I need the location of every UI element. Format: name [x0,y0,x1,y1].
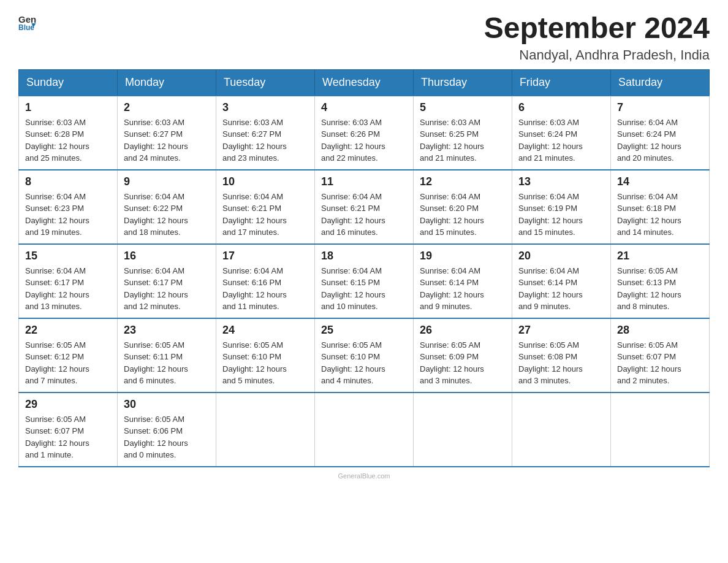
day-info: Sunrise: 6:05 AMSunset: 6:07 PMDaylight:… [617,339,703,387]
calendar-week-row: 22Sunrise: 6:05 AMSunset: 6:12 PMDayligh… [19,318,710,393]
table-row: 25Sunrise: 6:05 AMSunset: 6:10 PMDayligh… [315,318,414,393]
table-row: 1Sunrise: 6:03 AMSunset: 6:28 PMDaylight… [19,96,118,170]
table-row: 8Sunrise: 6:04 AMSunset: 6:23 PMDaylight… [19,170,118,244]
day-info: Sunrise: 6:04 AMSunset: 6:21 PMDaylight:… [321,191,407,239]
day-number: 25 [321,324,407,337]
day-info: Sunrise: 6:04 AMSunset: 6:18 PMDaylight:… [617,191,703,239]
table-row: 12Sunrise: 6:04 AMSunset: 6:20 PMDayligh… [414,170,512,244]
day-info: Sunrise: 6:04 AMSunset: 6:17 PMDaylight:… [124,265,210,313]
table-row: 22Sunrise: 6:05 AMSunset: 6:12 PMDayligh… [19,318,118,393]
page-header: General Blue September 2024 Nandyal, And… [18,12,710,63]
day-info: Sunrise: 6:05 AMSunset: 6:07 PMDaylight:… [25,413,111,461]
day-number: 28 [617,324,703,337]
table-row: 21Sunrise: 6:05 AMSunset: 6:13 PMDayligh… [611,244,710,318]
title-block: September 2024 Nandyal, Andhra Pradesh, … [484,12,710,63]
day-number: 9 [124,175,210,188]
day-number: 7 [617,101,703,114]
day-info: Sunrise: 6:05 AMSunset: 6:08 PMDaylight:… [518,339,604,387]
day-info: Sunrise: 6:03 AMSunset: 6:25 PMDaylight:… [420,117,506,164]
col-saturday: Saturday [611,69,710,96]
day-number: 17 [222,250,308,262]
svg-text:Blue: Blue [18,23,34,31]
calendar-week-row: 29Sunrise: 6:05 AMSunset: 6:07 PMDayligh… [19,393,710,467]
table-row: 16Sunrise: 6:04 AMSunset: 6:17 PMDayligh… [118,244,216,318]
table-row [512,393,611,467]
day-info: Sunrise: 6:05 AMSunset: 6:09 PMDaylight:… [420,339,506,387]
day-number: 11 [321,175,407,188]
day-info: Sunrise: 6:04 AMSunset: 6:16 PMDaylight:… [222,265,308,313]
day-info: Sunrise: 6:04 AMSunset: 6:17 PMDaylight:… [25,265,111,313]
day-number: 30 [124,398,210,411]
table-row: 15Sunrise: 6:04 AMSunset: 6:17 PMDayligh… [19,244,118,318]
day-info: Sunrise: 6:04 AMSunset: 6:21 PMDaylight:… [222,191,308,239]
day-number: 5 [420,101,506,114]
table-row [414,393,512,467]
day-number: 3 [222,101,308,114]
table-row: 10Sunrise: 6:04 AMSunset: 6:21 PMDayligh… [216,170,315,244]
table-row: 24Sunrise: 6:05 AMSunset: 6:10 PMDayligh… [216,318,315,393]
table-row: 13Sunrise: 6:04 AMSunset: 6:19 PMDayligh… [512,170,611,244]
day-info: Sunrise: 6:05 AMSunset: 6:06 PMDaylight:… [124,413,210,461]
table-row: 28Sunrise: 6:05 AMSunset: 6:07 PMDayligh… [611,318,710,393]
day-info: Sunrise: 6:04 AMSunset: 6:14 PMDaylight:… [518,265,604,313]
table-row: 26Sunrise: 6:05 AMSunset: 6:09 PMDayligh… [414,318,512,393]
day-info: Sunrise: 6:05 AMSunset: 6:13 PMDaylight:… [617,265,703,313]
table-row: 19Sunrise: 6:04 AMSunset: 6:14 PMDayligh… [414,244,512,318]
table-row: 20Sunrise: 6:04 AMSunset: 6:14 PMDayligh… [512,244,611,318]
day-number: 15 [25,250,111,262]
day-info: Sunrise: 6:04 AMSunset: 6:20 PMDaylight:… [420,191,506,239]
table-row: 18Sunrise: 6:04 AMSunset: 6:15 PMDayligh… [315,244,414,318]
table-row: 23Sunrise: 6:05 AMSunset: 6:11 PMDayligh… [118,318,216,393]
day-info: Sunrise: 6:05 AMSunset: 6:11 PMDaylight:… [124,339,210,387]
day-info: Sunrise: 6:04 AMSunset: 6:24 PMDaylight:… [617,117,703,164]
day-info: Sunrise: 6:04 AMSunset: 6:22 PMDaylight:… [124,191,210,239]
footer: GeneralBlue.com [18,472,710,480]
logo-icon: General Blue [18,12,37,31]
table-row: 27Sunrise: 6:05 AMSunset: 6:08 PMDayligh… [512,318,611,393]
day-number: 6 [518,101,604,114]
calendar-header-row: Sunday Monday Tuesday Wednesday Thursday… [19,69,710,96]
table-row: 29Sunrise: 6:05 AMSunset: 6:07 PMDayligh… [19,393,118,467]
col-wednesday: Wednesday [315,69,414,96]
day-number: 16 [124,250,210,262]
table-row: 6Sunrise: 6:03 AMSunset: 6:24 PMDaylight… [512,96,611,170]
footer-source: GeneralBlue.com [338,472,390,480]
day-number: 12 [420,175,506,188]
table-row: 9Sunrise: 6:04 AMSunset: 6:22 PMDaylight… [118,170,216,244]
table-row: 3Sunrise: 6:03 AMSunset: 6:27 PMDaylight… [216,96,315,170]
day-number: 1 [25,101,111,114]
table-row: 11Sunrise: 6:04 AMSunset: 6:21 PMDayligh… [315,170,414,244]
day-number: 18 [321,250,407,262]
day-number: 21 [617,250,703,262]
table-row [611,393,710,467]
col-thursday: Thursday [414,69,512,96]
day-number: 10 [222,175,308,188]
day-number: 8 [25,175,111,188]
calendar-week-row: 15Sunrise: 6:04 AMSunset: 6:17 PMDayligh… [19,244,710,318]
col-tuesday: Tuesday [216,69,315,96]
col-friday: Friday [512,69,611,96]
day-info: Sunrise: 6:04 AMSunset: 6:14 PMDaylight:… [420,265,506,313]
calendar-week-row: 1Sunrise: 6:03 AMSunset: 6:28 PMDaylight… [19,96,710,170]
day-number: 20 [518,250,604,262]
day-number: 24 [222,324,308,337]
day-number: 14 [617,175,703,188]
table-row: 17Sunrise: 6:04 AMSunset: 6:16 PMDayligh… [216,244,315,318]
day-info: Sunrise: 6:03 AMSunset: 6:27 PMDaylight:… [222,117,308,164]
table-row: 2Sunrise: 6:03 AMSunset: 6:27 PMDaylight… [118,96,216,170]
location-subtitle: Nandyal, Andhra Pradesh, India [484,47,710,63]
month-year-title: September 2024 [484,12,710,45]
day-number: 23 [124,324,210,337]
day-number: 29 [25,398,111,411]
day-number: 26 [420,324,506,337]
table-row: 4Sunrise: 6:03 AMSunset: 6:26 PMDaylight… [315,96,414,170]
calendar-week-row: 8Sunrise: 6:04 AMSunset: 6:23 PMDaylight… [19,170,710,244]
table-row: 30Sunrise: 6:05 AMSunset: 6:06 PMDayligh… [118,393,216,467]
col-sunday: Sunday [19,69,118,96]
day-number: 19 [420,250,506,262]
day-info: Sunrise: 6:05 AMSunset: 6:10 PMDaylight:… [321,339,407,387]
col-monday: Monday [118,69,216,96]
calendar-table: Sunday Monday Tuesday Wednesday Thursday… [18,69,710,467]
day-info: Sunrise: 6:03 AMSunset: 6:24 PMDaylight:… [518,117,604,164]
day-info: Sunrise: 6:03 AMSunset: 6:26 PMDaylight:… [321,117,407,164]
